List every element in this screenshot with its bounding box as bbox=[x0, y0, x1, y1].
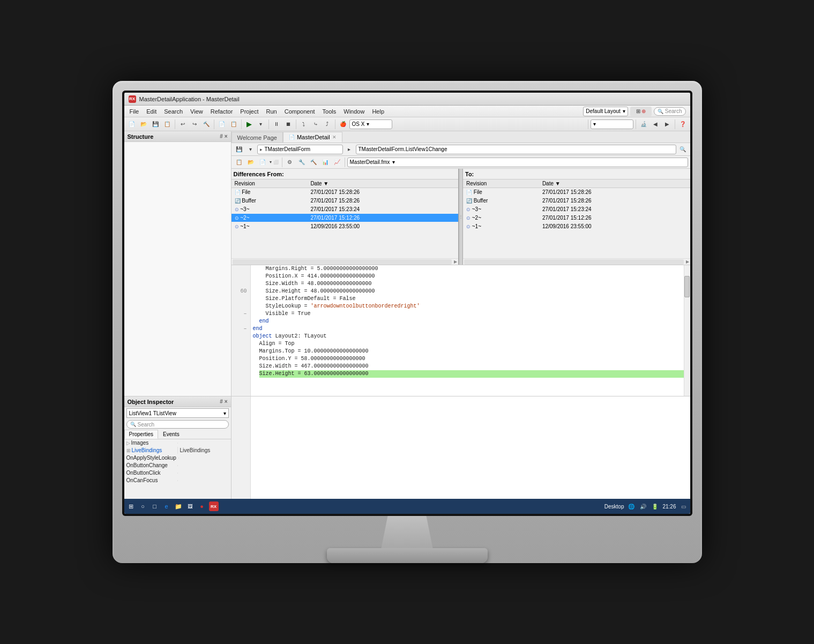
scrollbar-thumb[interactable] bbox=[684, 276, 690, 297]
icon-btn5[interactable]: ⚙ bbox=[285, 157, 295, 168]
table-row-selected[interactable]: ⊙ ~2~ 27/01/2017 15:12:26 bbox=[231, 214, 459, 222]
menu-help[interactable]: Help bbox=[369, 107, 387, 116]
run-btn[interactable]: ▶ bbox=[244, 119, 255, 130]
table-row[interactable]: ⊙ ~3~ 27/01/2017 15:23:24 bbox=[463, 205, 690, 214]
cortana-icon[interactable]: ○ bbox=[138, 501, 148, 511]
diff-from-hscroll[interactable]: ▶ bbox=[231, 258, 459, 265]
table-row[interactable]: 📄 File 27/01/2017 15:28:26 bbox=[463, 188, 690, 197]
table-row[interactable]: ⊙ ~2~ 27/01/2017 15:12:26 bbox=[463, 214, 690, 222]
prop-name-livebindings[interactable]: ⊞ LiveBindings bbox=[124, 447, 177, 454]
nav-back[interactable]: ◀ bbox=[650, 119, 661, 130]
method-selector[interactable]: TMasterDetailForm.ListView1Change bbox=[356, 145, 676, 154]
search-box-header[interactable]: 🔍 Search bbox=[654, 107, 686, 116]
table-row[interactable]: ⊙ ~3~ 27/01/2017 15:23:24 bbox=[231, 205, 459, 214]
stepover-btn[interactable]: ⤷ bbox=[310, 119, 321, 130]
diff-to-hscroll[interactable]: ▶ bbox=[463, 258, 690, 265]
diff-divider[interactable]: ⋮ bbox=[459, 169, 463, 265]
menu-search[interactable]: Search bbox=[161, 107, 186, 116]
icon-btn2[interactable]: 📂 bbox=[245, 157, 256, 168]
menu-tools[interactable]: Tools bbox=[319, 107, 340, 116]
rx-taskbar-icon[interactable]: RX bbox=[209, 501, 219, 511]
copy-btn[interactable]: 📄 bbox=[216, 119, 227, 130]
edge-icon[interactable]: e bbox=[162, 501, 171, 511]
form-selector[interactable]: ▸ TMasterDetailForm bbox=[257, 145, 343, 154]
tab-close-icon[interactable]: ✕ bbox=[332, 134, 337, 140]
saveas-btn[interactable]: 📋 bbox=[162, 119, 173, 130]
config-dropdown[interactable]: ▾ bbox=[591, 119, 633, 129]
show-desktop-icon[interactable]: ▭ bbox=[679, 502, 688, 511]
menu-project[interactable]: Project bbox=[237, 107, 262, 116]
form-name: TMasterDetailForm bbox=[265, 146, 311, 152]
stop-btn[interactable]: ⏹ bbox=[283, 119, 294, 130]
undo-btn[interactable]: ↩ bbox=[177, 119, 188, 130]
form-tb-btn2[interactable]: ▾ bbox=[245, 144, 256, 155]
menu-run[interactable]: Run bbox=[263, 107, 280, 116]
taskview-icon[interactable]: □ bbox=[150, 501, 160, 511]
menu-window[interactable]: Window bbox=[340, 107, 368, 116]
code-editor[interactable]: 60 – – bbox=[231, 265, 690, 396]
obj-search-box[interactable]: 🔍 Search bbox=[126, 420, 229, 429]
dropdown-run[interactable]: ▾ bbox=[256, 119, 266, 130]
menu-file[interactable]: File bbox=[126, 107, 143, 116]
code-content[interactable]: Margins.Right = 5.00000000000000000 Posi… bbox=[251, 265, 684, 396]
icon-btn4[interactable]: ▾ ⬜ bbox=[269, 157, 280, 168]
tab-properties[interactable]: Properties bbox=[124, 430, 159, 439]
search-icon: 🔍 bbox=[658, 109, 663, 114]
tab-events[interactable]: Events bbox=[158, 430, 184, 439]
menu-component[interactable]: Component bbox=[281, 107, 318, 116]
bottom-code-content[interactable] bbox=[251, 396, 690, 514]
table-row[interactable]: ⊙ ~1~ 12/09/2016 23:55:00 bbox=[231, 222, 459, 231]
explorer-icon[interactable]: 📁 bbox=[174, 501, 183, 511]
tab-masterdetail[interactable]: 📄 MasterDetail ✕ bbox=[283, 132, 342, 143]
diff-from-table[interactable]: Revision Date ▼ 📄 File 27/01/2017 15:28 bbox=[231, 179, 459, 258]
menu-edit[interactable]: Edit bbox=[143, 107, 160, 116]
icon-btn7[interactable]: 🔨 bbox=[308, 157, 319, 168]
form-search-btn[interactable]: 🔍 bbox=[677, 144, 688, 155]
screen-bezel: RX MasterDetailApplication - MasterDetai… bbox=[122, 91, 692, 516]
icon-btn1[interactable]: 📋 bbox=[234, 157, 244, 168]
icon-btn8[interactable]: 📊 bbox=[320, 157, 331, 168]
stepout-btn[interactable]: ⤴ bbox=[322, 119, 333, 130]
pause-btn[interactable]: ⏸ bbox=[271, 119, 282, 130]
obj-inspector-header: Object Inspector # × bbox=[124, 396, 231, 407]
help-btn[interactable]: ❓ bbox=[677, 119, 688, 130]
step-btn[interactable]: ⤵ bbox=[298, 119, 309, 130]
tab-welcome[interactable]: Welcome Page bbox=[231, 132, 283, 143]
form-toolbar: 💾 ▾ ▸ TMasterDetailForm ▸ TMasterDetailF… bbox=[231, 143, 690, 156]
structure-pin: # × bbox=[220, 133, 227, 139]
line-num-placeholder bbox=[234, 265, 248, 273]
obj-selector[interactable]: ListView1 TListView ▾ bbox=[126, 408, 229, 418]
table-row[interactable]: 📄 File 27/01/2017 15:28:26 bbox=[231, 188, 459, 197]
os-dropdown[interactable]: OS X ▾ bbox=[349, 119, 392, 129]
dot-icon[interactable]: ● bbox=[197, 501, 207, 511]
icon-btn6[interactable]: 🔧 bbox=[296, 157, 307, 168]
menu-view[interactable]: View bbox=[187, 107, 206, 116]
save-btn[interactable]: 💾 bbox=[150, 119, 161, 130]
inspect-btn[interactable]: 🔬 bbox=[638, 119, 649, 130]
form-tb-btn1[interactable]: 💾 bbox=[234, 144, 244, 155]
code-vscrollbar[interactable] bbox=[684, 265, 690, 396]
icon-btn9[interactable]: 📈 bbox=[332, 157, 342, 168]
layout-dropdown[interactable]: Default Layout ▾ bbox=[583, 107, 628, 116]
nav-forward[interactable]: ▶ bbox=[662, 119, 673, 130]
expand-icon-livebindings[interactable]: ⊞ bbox=[126, 448, 131, 453]
chevron-down-icon4: ▾ bbox=[223, 410, 226, 416]
table-row[interactable]: ⊙ ~1~ 12/09/2016 23:55:00 bbox=[463, 222, 690, 231]
file-path-dropdown[interactable]: MasterDetail.fmx ▾ bbox=[347, 158, 688, 167]
open-btn[interactable]: 📂 bbox=[138, 119, 149, 130]
code-line-12: Margins.Top = 10.00000000000000000 bbox=[253, 348, 682, 355]
table-row[interactable]: 🔄 Buffer 27/01/2017 15:28:26 bbox=[231, 197, 459, 205]
form-tb-btn3[interactable]: ▸ bbox=[344, 144, 355, 155]
menu-refactor[interactable]: Refactor bbox=[207, 107, 236, 116]
table-row[interactable]: 🔄 Buffer 27/01/2017 15:28:26 bbox=[463, 197, 690, 205]
build-btn[interactable]: 🔨 bbox=[201, 119, 212, 130]
redo-btn[interactable]: ↪ bbox=[189, 119, 200, 130]
photos-icon[interactable]: 🖼 bbox=[185, 501, 195, 511]
icon-btn3[interactable]: 📄 bbox=[257, 157, 268, 168]
prop-row-onbuttonclick: OnButtonClick bbox=[124, 469, 231, 477]
new-btn[interactable]: 📄 bbox=[126, 119, 137, 130]
paste-btn[interactable]: 📋 bbox=[228, 119, 239, 130]
start-icon[interactable]: ⊞ bbox=[126, 501, 136, 511]
diff-to-table[interactable]: Revision Date ▼ 📄 File 27/01/2017 15:28 bbox=[463, 179, 690, 258]
file-icon: 📄 bbox=[289, 134, 295, 140]
